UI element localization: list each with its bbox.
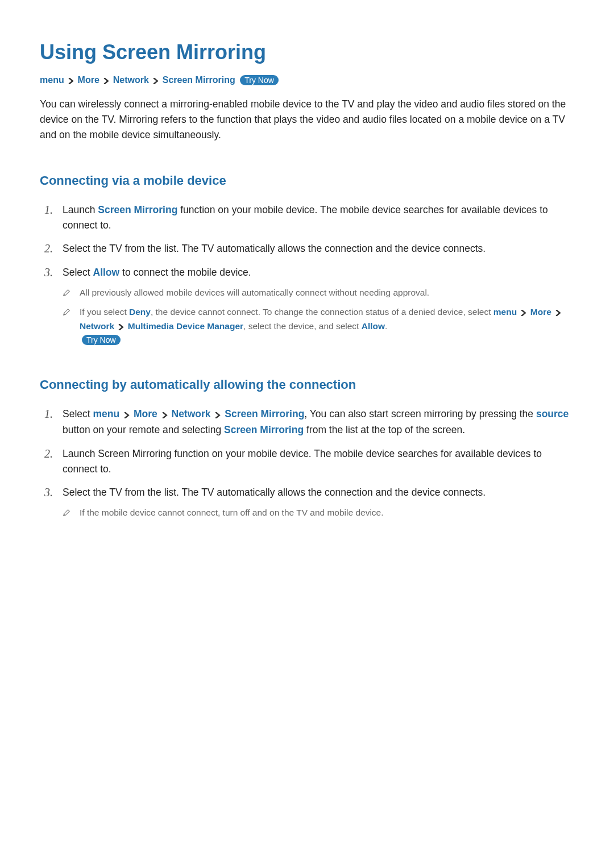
list-item: 3. Select the TV from the list. The TV a… — [40, 485, 574, 520]
keyword-deny: Deny — [129, 307, 151, 317]
breadcrumb: menu More Network Screen Mirroring Try N… — [40, 73, 574, 88]
list-item: 2. Select the TV from the list. The TV a… — [40, 241, 574, 256]
step-text: button on your remote and selecting — [63, 424, 224, 435]
path-network[interactable]: Network — [80, 321, 114, 331]
steps-list-2: 1. Select menu More Network Screen Mirro… — [40, 406, 574, 519]
page-title: Using Screen Mirroring — [40, 37, 574, 68]
pencil-icon — [63, 287, 70, 301]
note-item: If the mobile device cannot connect, tur… — [63, 506, 574, 520]
path-screen-mirroring[interactable]: Screen Mirroring — [225, 408, 304, 420]
pencil-icon — [63, 306, 70, 320]
try-now-button[interactable]: Try Now — [82, 335, 121, 345]
step-text: Select the TV from the list. The TV auto… — [63, 243, 486, 254]
path-more[interactable]: More — [530, 307, 551, 317]
section-heading-connecting-auto: Connecting by automatically allowing the… — [40, 375, 574, 394]
step-text: Launch — [63, 204, 98, 215]
step-text: Launch Screen Mirroring function on your… — [63, 448, 542, 475]
path-multimedia-device-manager[interactable]: Multimedia Device Manager — [128, 321, 243, 331]
chevron-right-icon — [68, 74, 74, 88]
keyword-allow: Allow — [362, 321, 385, 331]
breadcrumb-menu[interactable]: menu — [40, 75, 64, 85]
note-text: . — [385, 321, 387, 331]
note-item: All previously allowed mobile devices wi… — [63, 286, 574, 300]
note-text: , select the device, and select — [243, 321, 362, 331]
section-heading-connecting-mobile: Connecting via a mobile device — [40, 171, 574, 190]
note-text: All previously allowed mobile devices wi… — [80, 288, 429, 297]
breadcrumb-more[interactable]: More — [78, 75, 99, 85]
step-text: to connect the mobile device. — [119, 267, 251, 278]
chevron-right-icon — [555, 306, 561, 319]
list-item: 3. Select Allow to connect the mobile de… — [40, 265, 574, 347]
chevron-right-icon — [214, 407, 221, 422]
keyword-screen-mirroring: Screen Mirroring — [98, 204, 177, 215]
chevron-right-icon — [103, 74, 109, 88]
chevron-right-icon — [123, 407, 130, 422]
steps-list-1: 1. Launch Screen Mirroring function on y… — [40, 202, 574, 347]
intro-text: You can wirelessly connect a mirroring-e… — [40, 97, 574, 143]
breadcrumb-network[interactable]: Network — [113, 75, 149, 85]
path-more[interactable]: More — [134, 408, 157, 420]
step-text: Select the TV from the list. The TV auto… — [63, 487, 486, 498]
list-item: 1. Launch Screen Mirroring function on y… — [40, 202, 574, 233]
step-number: 1. — [44, 201, 53, 219]
path-menu[interactable]: menu — [93, 408, 120, 420]
step-text: , You can also start screen mirroring by… — [304, 408, 536, 420]
chevron-right-icon — [118, 319, 124, 333]
step-text: Select — [63, 267, 93, 278]
list-item: 1. Select menu More Network Screen Mirro… — [40, 406, 574, 438]
list-item: 2. Launch Screen Mirroring function on y… — [40, 446, 574, 477]
breadcrumb-screen-mirroring[interactable]: Screen Mirroring — [163, 75, 235, 85]
path-network[interactable]: Network — [172, 408, 211, 420]
path-menu[interactable]: menu — [493, 307, 517, 317]
keyword-source: source — [536, 408, 569, 420]
chevron-right-icon — [520, 306, 526, 319]
step-number: 1. — [44, 405, 53, 423]
chevron-right-icon — [152, 74, 159, 88]
pencil-icon — [63, 507, 70, 521]
try-now-button[interactable]: Try Now — [240, 75, 279, 85]
step-number: 3. — [44, 484, 53, 501]
step-number: 2. — [44, 240, 53, 258]
chevron-right-icon — [161, 407, 168, 422]
keyword-allow: Allow — [93, 267, 120, 278]
keyword-screen-mirroring: Screen Mirroring — [224, 424, 304, 435]
note-item: If you select Deny, the device cannot co… — [63, 305, 574, 347]
step-number: 2. — [44, 445, 53, 463]
step-number: 3. — [44, 264, 53, 281]
step-text: Select — [63, 408, 93, 420]
step-text: from the list at the top of the screen. — [304, 424, 465, 435]
note-text: , the device cannot connect. To change t… — [151, 307, 493, 317]
note-text: If the mobile device cannot connect, tur… — [80, 508, 384, 517]
note-text: If you select — [80, 307, 129, 317]
